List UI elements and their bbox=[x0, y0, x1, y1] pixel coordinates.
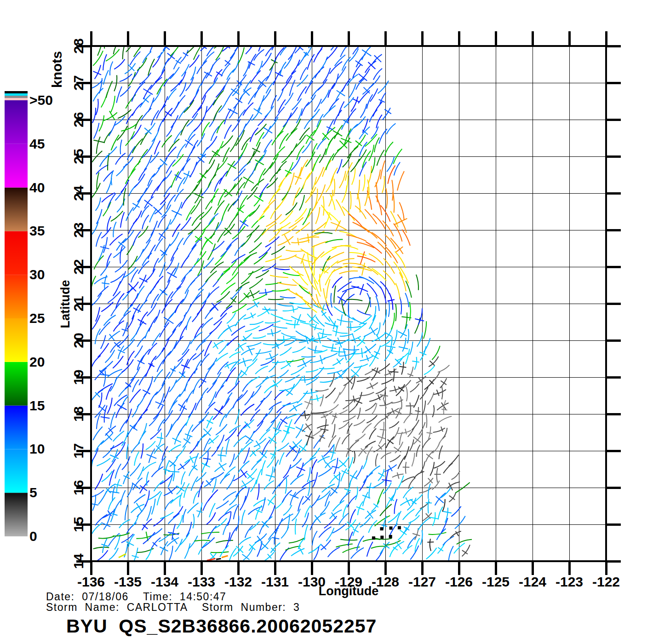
wind-map-canvas bbox=[0, 0, 653, 644]
wind-map-figure: knots >50454035302520151050 -136-135-134… bbox=[0, 0, 653, 644]
wind-vectors-layer bbox=[89, 29, 472, 563]
colorbar bbox=[5, 91, 28, 536]
